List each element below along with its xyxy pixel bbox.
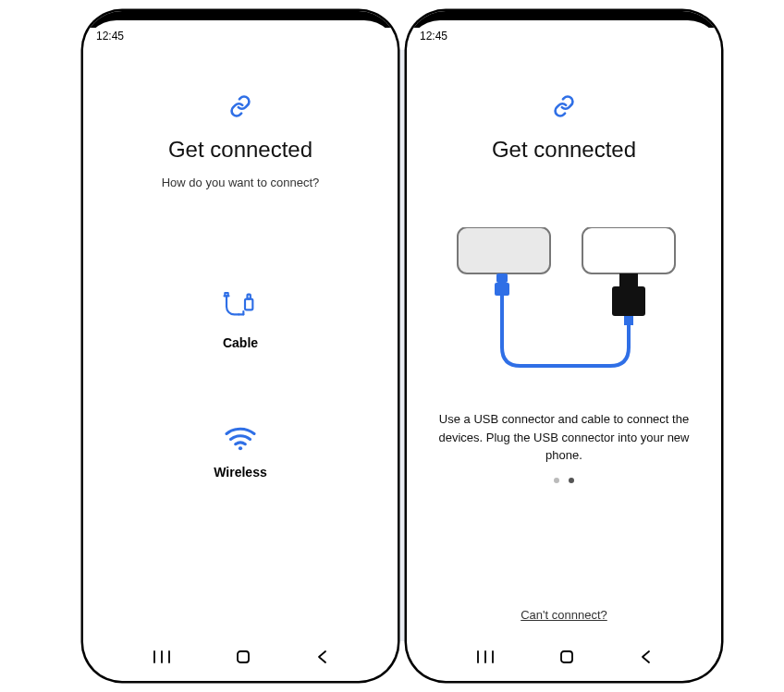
nav-recents-button[interactable] bbox=[153, 650, 171, 664]
option-cable[interactable]: Cable bbox=[222, 291, 259, 350]
android-navbar bbox=[83, 642, 398, 672]
nav-home-button[interactable] bbox=[559, 650, 574, 664]
nav-back-button[interactable] bbox=[639, 650, 652, 664]
status-time: 12:45 bbox=[96, 30, 124, 42]
svg-rect-6 bbox=[582, 227, 675, 273]
page-indicator bbox=[554, 478, 574, 483]
svg-rect-13 bbox=[495, 283, 509, 296]
phone-frame-left: 12:45 Get connected How do you want to c… bbox=[83, 11, 398, 681]
status-time: 12:45 bbox=[420, 30, 447, 42]
option-wireless[interactable]: Wireless bbox=[214, 424, 266, 480]
svg-rect-14 bbox=[561, 651, 572, 662]
bezel-top bbox=[407, 11, 721, 28]
svg-point-2 bbox=[239, 446, 242, 450]
nav-recents-button[interactable] bbox=[476, 650, 495, 664]
option-cable-label: Cable bbox=[223, 335, 258, 350]
page-title: Get connected bbox=[492, 137, 636, 163]
connect-options: Cable Wireless bbox=[102, 291, 379, 480]
android-navbar bbox=[407, 642, 721, 672]
page-title: Get connected bbox=[168, 137, 312, 163]
svg-rect-4 bbox=[458, 227, 550, 273]
link-icon bbox=[552, 94, 576, 122]
svg-rect-3 bbox=[238, 651, 249, 662]
link-icon bbox=[228, 94, 252, 122]
svg-rect-0 bbox=[245, 299, 252, 310]
instruction-text: Use a USB connector and cable to connect… bbox=[425, 410, 703, 465]
wifi-icon bbox=[224, 424, 257, 455]
page-dot-2 bbox=[569, 478, 574, 483]
nav-home-button[interactable] bbox=[236, 650, 251, 664]
option-wireless-label: Wireless bbox=[214, 465, 266, 480]
nav-back-button[interactable] bbox=[315, 650, 328, 664]
svg-rect-1 bbox=[248, 295, 251, 299]
page-subtitle: How do you want to connect? bbox=[162, 176, 320, 189]
bezel-top bbox=[83, 11, 398, 28]
phone-frame-right: 12:45 Get connected bbox=[407, 11, 721, 681]
right-screen: Get connected bbox=[407, 48, 721, 635]
usb-connection-illustration bbox=[444, 227, 684, 394]
svg-rect-12 bbox=[496, 273, 508, 283]
cant-connect-link[interactable]: Can't connnect? bbox=[407, 608, 721, 622]
page-dot-1 bbox=[554, 478, 559, 483]
cable-icon bbox=[222, 291, 259, 326]
svg-rect-10 bbox=[612, 286, 645, 316]
svg-rect-9 bbox=[619, 273, 638, 286]
left-screen: Get connected How do you want to connect… bbox=[83, 48, 398, 635]
